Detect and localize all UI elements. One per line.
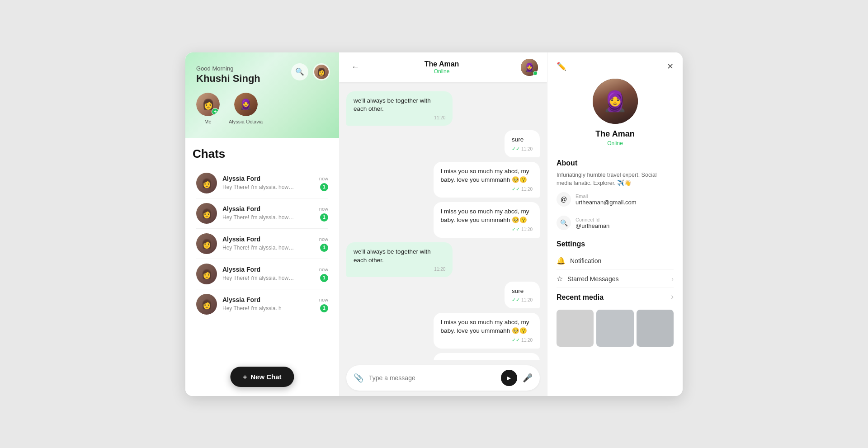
- chat-preview: Hey There! i'm alyssia. how're you: [222, 245, 295, 251]
- message-input[interactable]: [369, 374, 495, 382]
- message-received: we'll always be together with each other…: [346, 242, 453, 277]
- chat-name: Alyssia Ford: [222, 205, 260, 212]
- starred-text: Starred Messages: [567, 275, 619, 283]
- chat-name: Alyssia Ford: [222, 175, 260, 182]
- chat-avatar: 👩: [196, 233, 217, 254]
- chat-time: now: [319, 206, 328, 212]
- chats-title: Chats: [193, 147, 332, 161]
- chat-time: now: [319, 236, 328, 242]
- chat-item[interactable]: 👩 Alyssia Ford now Hey There! i'm alyssi…: [193, 259, 332, 289]
- notification-label: 🔔 Notification: [557, 256, 601, 265]
- chat-item[interactable]: 👩 Alyssia Ford now Hey There! i'm alyssi…: [193, 168, 332, 198]
- connect-value: @urtheaman: [576, 222, 609, 229]
- story-me-avatar: 👩 +: [196, 93, 220, 116]
- edit-button[interactable]: ✏️: [557, 61, 566, 71]
- chat-info: Alyssia Ford now Hey There! i'm alyssia.…: [222, 266, 328, 282]
- close-button[interactable]: ✕: [667, 61, 674, 71]
- profile-avatar: 🧕: [593, 79, 638, 124]
- header-icons: 🔍 👩: [291, 63, 330, 80]
- chats-section: Chats 👩 Alyssia Ford now Hey There! i'm …: [185, 138, 339, 396]
- chat-item[interactable]: 👩 Alyssia Ford now Hey There! i'm alyssi…: [193, 198, 332, 228]
- profile-name: The Aman: [557, 129, 674, 139]
- chat-info: Alyssia Ford now Hey There! i'm alyssia.…: [222, 236, 328, 252]
- chat-list: 👩 Alyssia Ford now Hey There! i'm alyssi…: [193, 168, 332, 396]
- chat-item[interactable]: 👩 Alyssia Ford now Hey There! i'm alyssi…: [193, 289, 332, 319]
- new-chat-label: New Chat: [250, 373, 281, 381]
- chat-preview: Hey There! i'm alyssia. how're you: [222, 184, 295, 190]
- new-chat-plus-icon: +: [243, 373, 247, 381]
- chat-name: Alyssia Ford: [222, 236, 260, 243]
- media-thumb-1[interactable]: [557, 310, 594, 347]
- email-content: Email urtheaman@gmail.com: [576, 193, 637, 206]
- chat-item[interactable]: 👩 Alyssia Ford now Hey There! i'm alyssi…: [193, 229, 332, 259]
- profile-avatar-inner: 🧕: [593, 79, 638, 124]
- search-button[interactable]: 🔍: [291, 63, 308, 80]
- message-sent: I miss you so much my abcd, my baby. lov…: [434, 353, 540, 359]
- back-button[interactable]: ←: [348, 60, 363, 75]
- chat-preview: Hey There! i'm alyssia. how're you: [222, 214, 295, 221]
- message-time: 11:20: [521, 227, 533, 232]
- email-label: Email: [576, 193, 637, 199]
- starred-messages-row[interactable]: ☆ Starred Messages ›: [557, 270, 674, 288]
- connect-content: Connect Id @urtheaman: [576, 217, 609, 229]
- connect-row: 🔍 Connect Id @urtheaman: [557, 216, 674, 230]
- message-time: 11:20: [434, 267, 445, 272]
- about-text: Infuriatingly humble travel expert. Soci…: [557, 171, 674, 188]
- chat-header-avatar[interactable]: 🧕: [521, 59, 538, 76]
- stories-row: 👩 + Me 🧕 Alyssia Octavia: [196, 93, 328, 129]
- media-thumb-2[interactable]: [596, 310, 633, 347]
- recent-media-header: Recent media ›: [557, 288, 674, 305]
- message-text: I miss you so much my abcd, my baby. lov…: [441, 207, 533, 225]
- input-box: 📎 ► 🎤: [346, 365, 540, 391]
- chat-name: Alyssia Ford: [222, 266, 260, 273]
- message-check-icon: ✓✓: [512, 146, 520, 152]
- message-text: we'll always be together with each other…: [354, 97, 445, 114]
- avatar-button[interactable]: 👩: [313, 63, 330, 80]
- message-text: sure: [512, 136, 533, 144]
- story-me-label: Me: [204, 119, 211, 124]
- unread-badge: 1: [320, 213, 328, 222]
- chat-header-info: The Aman Online: [368, 60, 515, 75]
- new-chat-button[interactable]: + New Chat: [230, 367, 294, 387]
- story-alyssia[interactable]: 🧕 Alyssia Octavia: [229, 93, 263, 124]
- message-time: 11:20: [521, 338, 533, 343]
- message-sent: I miss you so much my abcd, my baby. lov…: [434, 313, 540, 349]
- about-title: About: [557, 159, 674, 167]
- right-panel: ✏️ ✕ 🧕 The Aman Online About Infuriating…: [547, 52, 683, 396]
- message-time: 11:20: [521, 297, 533, 302]
- message-text: I miss you so much my abcd, my baby. lov…: [441, 167, 533, 184]
- chat-avatar: 👩: [196, 173, 217, 193]
- recent-media-chevron-icon[interactable]: ›: [671, 292, 674, 302]
- chat-header: ← The Aman Online 🧕: [339, 52, 547, 82]
- story-alyssia-avatar: 🧕: [234, 93, 258, 116]
- connect-label: Connect Id: [576, 217, 609, 222]
- message-text: we'll always be together with each other…: [354, 248, 445, 265]
- mic-button[interactable]: 🎤: [523, 373, 533, 383]
- chat-info: Alyssia Ford now Hey There! i'm alyssia.…: [222, 205, 328, 222]
- notification-text: Notification: [570, 257, 601, 264]
- attach-button[interactable]: 📎: [354, 373, 363, 383]
- media-thumb-3[interactable]: [637, 310, 674, 347]
- message-text: sure: [512, 287, 533, 296]
- email-icon: @: [557, 192, 571, 207]
- email-row: @ Email urtheaman@gmail.com: [557, 192, 674, 207]
- unread-badge: 1: [320, 183, 328, 191]
- email-value: urtheaman@gmail.com: [576, 199, 637, 206]
- profile-status: Online: [557, 140, 674, 146]
- unread-badge: 1: [320, 244, 328, 252]
- connect-icon: 🔍: [557, 216, 571, 230]
- message-sent: sure ✓✓ 11:20: [505, 282, 540, 309]
- left-header: Good Morning Khushi Singh 🔍 👩 👩 + Me: [185, 52, 339, 138]
- send-button[interactable]: ►: [501, 370, 517, 386]
- chat-preview: Hey There! i'm alyssia. how're you: [222, 275, 295, 281]
- message-time: 11:20: [521, 146, 533, 151]
- message-check-icon: ✓✓: [512, 226, 520, 232]
- chat-name: Alyssia Ford: [222, 296, 260, 303]
- message-time: 11:20: [521, 187, 533, 192]
- chat-time: now: [319, 297, 328, 302]
- message-received: we'll always be together with each other…: [346, 91, 453, 126]
- chat-avatar: 👩: [196, 203, 217, 224]
- story-me[interactable]: 👩 + Me: [196, 93, 220, 124]
- starred-label: ☆ Starred Messages: [557, 274, 619, 283]
- notification-row[interactable]: 🔔 Notification: [557, 252, 674, 270]
